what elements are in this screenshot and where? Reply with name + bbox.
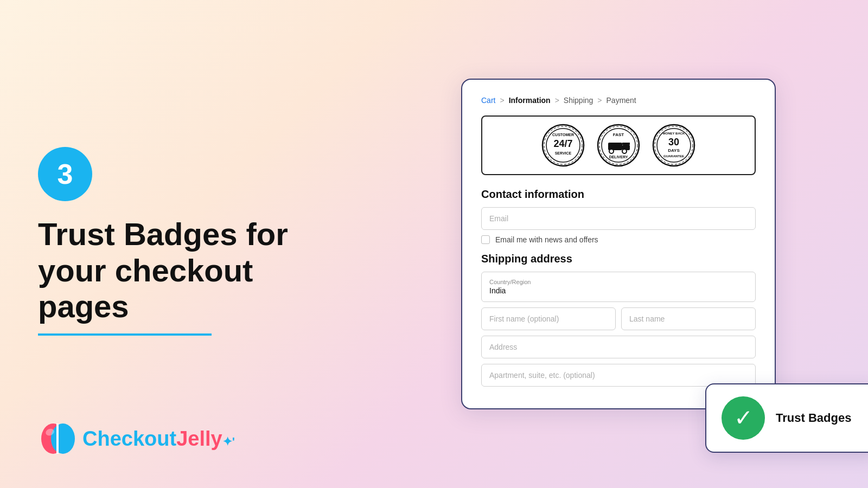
- country-field[interactable]: Country/Region India: [481, 272, 756, 302]
- trust-badges-row: CUSTOMER 24/7 SERVICE FAST: [481, 115, 756, 175]
- svg-text:30: 30: [668, 137, 679, 147]
- left-panel: 3 Trust Badges for your checkout pages C…: [0, 0, 369, 488]
- svg-point-1: [51, 423, 75, 454]
- svg-point-17: [609, 149, 614, 153]
- breadcrumb-cart[interactable]: Cart: [481, 96, 495, 105]
- svg-marker-16: [622, 143, 630, 145]
- step-number: 3: [58, 158, 73, 190]
- svg-text:GUARANTEE: GUARANTEE: [663, 155, 684, 158]
- newsletter-checkbox-row: Email me with news and offers: [481, 235, 756, 244]
- breadcrumb-sep3: >: [597, 96, 602, 105]
- breadcrumb-information: Information: [509, 96, 551, 105]
- logo-icon: [38, 419, 77, 458]
- badge-customer-service: CUSTOMER 24/7 SERVICE: [541, 123, 585, 168]
- svg-rect-2: [56, 423, 59, 454]
- breadcrumb-payment: Payment: [607, 96, 636, 105]
- newsletter-label: Email me with news and offers: [495, 235, 598, 244]
- svg-text:DELIVERY: DELIVERY: [609, 155, 628, 159]
- svg-point-18: [622, 149, 627, 153]
- step-circle: 3: [38, 147, 92, 201]
- logo-area: CheckoutJelly✦': [38, 419, 235, 458]
- contact-section-label: Contact information: [481, 188, 756, 201]
- newsletter-checkbox[interactable]: [481, 235, 490, 244]
- svg-text:CUSTOMER: CUSTOMER: [552, 133, 574, 137]
- svg-text:24/7: 24/7: [553, 138, 572, 149]
- svg-text:DAYS: DAYS: [668, 148, 680, 153]
- breadcrumb: Cart > Information > Shipping > Payment: [481, 96, 756, 105]
- name-row: First name (optional) Last name: [481, 307, 756, 330]
- checkmark-icon: ✓: [734, 407, 753, 429]
- trust-badge-popup: ✓ Trust Badges: [705, 383, 868, 453]
- popup-label: Trust Badges: [776, 411, 851, 425]
- heading-underline: [38, 333, 212, 336]
- checkout-card: Cart > Information > Shipping > Payment …: [461, 79, 776, 409]
- country-value: India: [489, 286, 748, 295]
- shipping-section-label: Shipping address: [481, 253, 756, 265]
- main-heading: Trust Badges for your checkout pages: [38, 216, 331, 325]
- country-label: Country/Region: [489, 279, 748, 285]
- logo-text: CheckoutJelly✦': [82, 427, 235, 451]
- svg-text:MONEY BACK: MONEY BACK: [663, 132, 686, 135]
- badge-money-back: MONEY BACK 30 DAYS GUARANTEE: [652, 123, 696, 168]
- svg-text:FAST: FAST: [613, 132, 624, 137]
- address-field[interactable]: Address: [481, 336, 756, 358]
- svg-text:SERVICE: SERVICE: [555, 151, 572, 155]
- badge-fast-delivery: FAST DELIVERY: [596, 123, 641, 168]
- popup-badge-icon: ✓: [722, 396, 765, 440]
- breadcrumb-sep2: >: [555, 96, 559, 105]
- right-panel: Cart > Information > Shipping > Payment …: [369, 0, 868, 488]
- breadcrumb-sep1: >: [500, 96, 504, 105]
- first-name-field[interactable]: First name (optional): [481, 307, 616, 330]
- last-name-field[interactable]: Last name: [621, 307, 756, 330]
- email-field[interactable]: Email: [481, 207, 756, 230]
- breadcrumb-shipping: Shipping: [564, 96, 593, 105]
